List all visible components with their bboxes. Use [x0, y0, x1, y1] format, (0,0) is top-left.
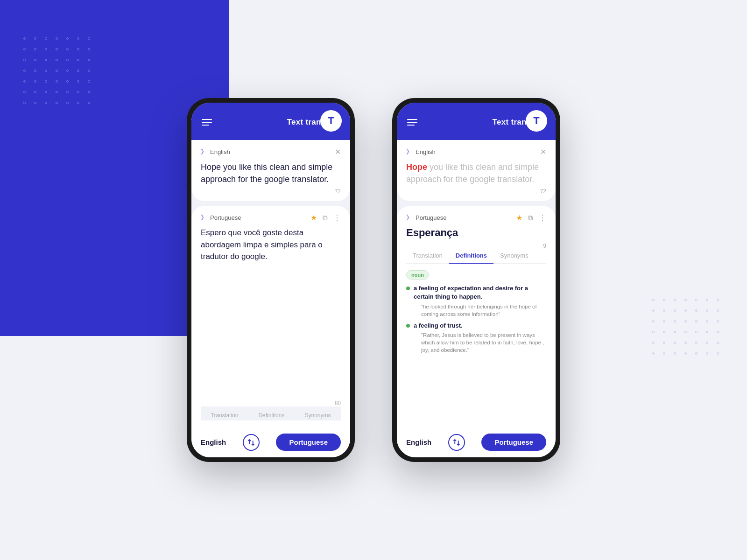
output-lang-row-2: 》 Portuguese ★ ⧉ ⋮: [406, 213, 546, 222]
lang-bar-2: English Portuguese: [397, 427, 556, 457]
sound-icon-out-2[interactable]: 》: [406, 214, 413, 222]
copy-button-1[interactable]: ⧉: [323, 214, 328, 222]
phone-1-content: 》 English ✕ Hope you like this clean and…: [191, 140, 350, 427]
bottom-tabs-1: Translation Definitions Synonyms: [201, 406, 341, 420]
input-lang-label-1: 》 English: [201, 148, 230, 156]
star-button-1[interactable]: ★: [310, 213, 317, 222]
phone-1-inner: Text translate T 》 English ✕ Hope you li: [191, 103, 350, 457]
input-lang-label-2: 》 English: [406, 148, 436, 156]
more-button-1[interactable]: ⋮: [333, 213, 341, 222]
translated-word: Esperança: [406, 227, 546, 239]
def-bullet-1: [406, 287, 410, 290]
copy-button-2[interactable]: ⧉: [528, 214, 533, 222]
sound-icon-2[interactable]: 》: [406, 148, 413, 156]
input-text-1: Hope you like this clean and simple appr…: [201, 161, 341, 185]
phone-2: Text translate T 》 English ✕ Hope you li: [392, 98, 560, 462]
output-lang-row-1: 》 Portuguese ★ ⧉ ⋮: [201, 213, 341, 222]
tabs-row-2: Translation Definitions Synonyms: [406, 249, 546, 264]
phone-2-header: Text translate T: [397, 103, 556, 140]
sound-icon-1[interactable]: 》: [201, 148, 207, 156]
def-bullet-2: [406, 324, 410, 328]
highlighted-word: Hope: [406, 162, 427, 172]
menu-icon-1[interactable]: [202, 119, 212, 126]
close-button-1[interactable]: ✕: [335, 147, 341, 156]
phone-2-output-card: 》 Portuguese ★ ⧉ ⋮ Esperança 9 Translat: [397, 206, 556, 427]
lang-portuguese-btn-2[interactable]: Portuguese: [481, 434, 546, 451]
tab-definitions-1[interactable]: Definitions: [254, 410, 288, 420]
char-count-output-2: 9: [406, 243, 546, 249]
output-lang-label-2: 》 Portuguese: [406, 214, 447, 222]
def-example-1: "he looked through her belongings in the…: [421, 303, 546, 318]
tab-definitions-2[interactable]: Definitions: [449, 249, 493, 264]
phone-1-header: Text translate T: [191, 103, 350, 140]
input-language-1: English: [210, 148, 230, 155]
tab-synonyms-1[interactable]: Synonyms: [301, 410, 334, 420]
close-button-2[interactable]: ✕: [540, 147, 546, 156]
lang-bar-1: English Portuguese: [191, 427, 350, 457]
phone-1-input-card: 》 English ✕ Hope you like this clean and…: [191, 140, 350, 201]
swap-button-1[interactable]: [243, 434, 260, 451]
phone-1-output-card: 》 Portuguese ★ ⧉ ⋮ Espero que você goste…: [191, 206, 350, 427]
more-button-2[interactable]: ⋮: [539, 213, 546, 222]
menu-icon-2[interactable]: [407, 119, 417, 126]
input-lang-row-1: 》 English ✕: [201, 147, 341, 156]
lang-portuguese-btn-1[interactable]: Portuguese: [276, 434, 341, 451]
char-count-input-2: 72: [406, 188, 546, 195]
output-language-2: Portuguese: [416, 214, 447, 221]
def-main-1: a feeling of expectation and desire for …: [414, 284, 546, 301]
part-of-speech-badge: noun: [406, 270, 429, 280]
output-language-1: Portuguese: [210, 214, 241, 221]
tab-synonyms-2[interactable]: Synonyms: [493, 249, 535, 264]
tab-translation-2[interactable]: Translation: [406, 249, 449, 264]
char-count-input-1: 72: [201, 188, 341, 195]
input-lang-row-2: 》 English ✕: [406, 147, 546, 156]
t-logo-2: T: [526, 110, 547, 132]
lang-english-btn-2[interactable]: English: [406, 438, 431, 446]
definition-item-1: a feeling of expectation and desire for …: [406, 284, 546, 318]
t-logo-1: T: [320, 110, 342, 132]
output-lang-label-1: 》 Portuguese: [201, 214, 241, 222]
definition-item-2: a feeling of trust. "Rather, Jesus is be…: [406, 322, 546, 354]
page-container: Text translate T 》 English ✕ Hope you li: [0, 0, 747, 560]
lang-english-btn-1[interactable]: English: [201, 438, 226, 446]
input-language-2: English: [416, 148, 436, 155]
input-text-2: Hope you like this clean and simple appr…: [406, 161, 546, 185]
output-text-1: Espero que você goste desta abordagem li…: [201, 227, 341, 398]
sound-icon-out-1[interactable]: 》: [201, 214, 207, 222]
def-main-2: a feeling of trust.: [414, 322, 546, 330]
char-count-output-1: 80: [201, 400, 341, 406]
output-actions-2: ★ ⧉ ⋮: [516, 213, 546, 222]
phone-1: Text translate T 》 English ✕ Hope you li: [187, 98, 355, 462]
phone-2-inner: Text translate T 》 English ✕ Hope you li: [397, 103, 556, 457]
output-actions-1: ★ ⧉ ⋮: [310, 213, 341, 222]
phone-2-content: 》 English ✕ Hope you like this clean and…: [397, 140, 556, 427]
star-button-2[interactable]: ★: [516, 213, 522, 222]
swap-button-2[interactable]: [448, 434, 465, 451]
def-example-2: "Rather, Jesus is believed to be present…: [421, 331, 546, 354]
phone-2-input-card: 》 English ✕ Hope you like this clean and…: [397, 140, 556, 201]
definitions-section: noun a feeling of expectation and desire…: [406, 268, 546, 420]
tab-translation-1[interactable]: Translation: [207, 410, 242, 420]
